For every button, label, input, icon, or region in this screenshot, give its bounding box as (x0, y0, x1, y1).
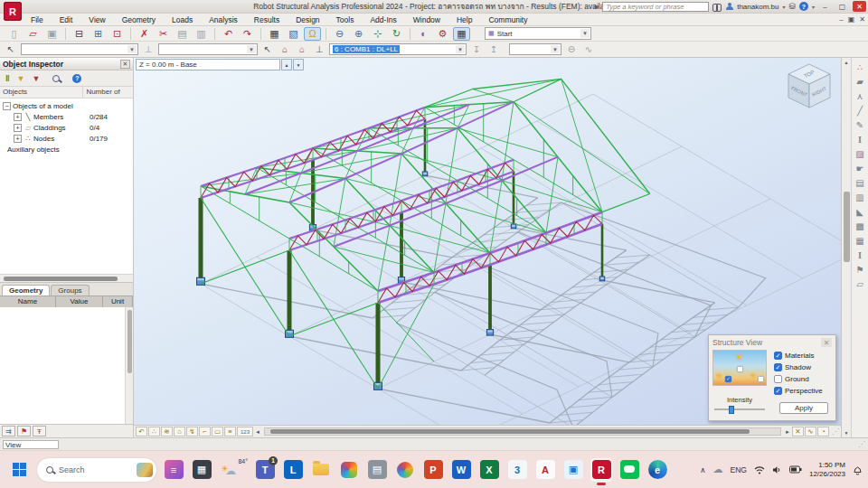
stories-icon[interactable]: ▤ (853, 176, 867, 190)
tab-geometry[interactable]: Geometry (2, 285, 50, 296)
user-name[interactable]: thanakom.bu (737, 3, 778, 11)
taskbar-app-robot[interactable]: R (590, 458, 612, 482)
taskbar-app-creative[interactable] (338, 458, 360, 482)
panel-bottom-icon-1[interactable]: ⇉ (2, 426, 15, 436)
sun-left-checkbox[interactable] (725, 376, 731, 382)
lock-results-icon[interactable]: Ω (304, 27, 321, 41)
user-dropdown-icon[interactable]: ▾ (782, 4, 785, 10)
profile-icon[interactable]: I (853, 133, 867, 146)
undo-view-icon[interactable]: ↶ (136, 427, 147, 436)
taskbar-app-task-view[interactable]: ▦ (191, 458, 212, 482)
menu-design[interactable]: Design (294, 15, 321, 24)
bar-selection-combo[interactable]: ▼ (158, 43, 258, 55)
help-icon[interactable]: ? (799, 2, 808, 11)
zoom-in-icon[interactable]: ⊕ (350, 27, 367, 41)
deformation-icon[interactable]: ∿ (581, 42, 596, 56)
taskbar-app-gray[interactable]: ▤ (366, 458, 388, 482)
menu-geometry[interactable]: Geometry (120, 15, 157, 24)
search-binoculars-icon[interactable] (712, 4, 722, 10)
save-view-icon[interactable]: ⌂ (295, 42, 309, 56)
pointer-help-icon[interactable]: ↖ (260, 42, 275, 56)
numbers-display-icon[interactable]: 123 (237, 427, 253, 436)
case-next-icon[interactable]: ↥ (486, 42, 501, 56)
chevron-down-icon[interactable]: ▼ (551, 45, 560, 53)
apply-button[interactable]: Apply (779, 402, 828, 414)
select-hand-icon[interactable]: ☛ (853, 162, 867, 175)
copy-icon[interactable]: ▤ (174, 27, 191, 41)
panels-icon[interactable]: ▰ (853, 75, 867, 89)
tables-icon[interactable]: ▦ (853, 234, 867, 248)
taskbar-app-excel[interactable]: X (478, 458, 500, 482)
redo-icon[interactable]: ↷ (239, 27, 256, 41)
taskbar-app-bluetool[interactable]: ▣ (562, 458, 584, 482)
taskbar-app-edge[interactable]: e (646, 458, 668, 482)
cut-icon[interactable]: ✂ (155, 27, 172, 41)
maximize-button[interactable]: ▢ (835, 1, 849, 12)
materials-checkbox[interactable] (774, 352, 782, 360)
tree-item-members[interactable]: + ╲ Members 0/284 (0, 111, 133, 122)
menu-results[interactable]: Results (252, 15, 281, 24)
help-icon[interactable]: ? (72, 74, 81, 83)
beam-icon[interactable]: I (853, 249, 867, 262)
onedrive-cloud-icon[interactable]: ☁ (713, 464, 723, 475)
battery-icon[interactable] (789, 465, 802, 474)
menu-view[interactable]: View (87, 15, 107, 24)
screen-capture-icon[interactable]: ⊡ (108, 27, 126, 41)
table-header-name[interactable]: Name (0, 296, 56, 307)
results-window-icon[interactable]: ▧ (285, 27, 302, 41)
tree-item-model[interactable]: − Objects of a model (0, 100, 133, 111)
perspective-checkbox[interactable] (774, 387, 782, 395)
filter-delete-icon[interactable]: ▼ (32, 74, 40, 83)
new-project-icon[interactable]: ▯ (5, 27, 23, 41)
scroll-left-icon[interactable]: ◂ (254, 428, 261, 436)
preferences-icon[interactable]: ⚙ (434, 27, 451, 41)
rotate-view-icon[interactable]: ↻ (388, 27, 405, 41)
level-up-button[interactable]: ▲ (281, 59, 292, 70)
case-prev-icon[interactable]: ↧ (469, 42, 484, 56)
taskbar-widget-weather[interactable]: 84° ☀ ☁ (219, 458, 248, 482)
supports-display-icon[interactable]: ⌐ (199, 427, 211, 436)
load-case-selector[interactable]: 6 : COMB1 : DL+LL ▼ (329, 43, 467, 55)
search-icon[interactable] (52, 75, 60, 82)
taskbar-app-linkedin[interactable]: L (282, 458, 304, 482)
menu-loads[interactable]: Loads (170, 15, 194, 24)
column-header-objects[interactable]: Objects (0, 87, 83, 98)
chevron-down-icon[interactable]: ▼ (580, 29, 590, 38)
search-highlight-image[interactable] (137, 463, 153, 477)
loads-display-icon[interactable]: ↯ (186, 427, 198, 436)
layout-selector[interactable]: ▦ Start ▼ (485, 27, 591, 40)
flag-icon[interactable]: ⚑ (853, 263, 867, 277)
scrollbar-thumb[interactable] (844, 192, 850, 262)
paste-icon[interactable]: ▥ (193, 27, 210, 41)
component-combo[interactable]: ▼ (509, 43, 561, 55)
option-perspective[interactable]: Perspective (774, 386, 823, 396)
scrollbar-thumb[interactable] (270, 429, 750, 434)
sun-right-icon[interactable]: ☀ (750, 371, 757, 380)
cladding-icon[interactable]: ▱ (853, 277, 867, 291)
tree-item-auxiliary[interactable]: Auxiliary objects (0, 144, 133, 155)
taskbar-search[interactable]: Search (37, 458, 156, 482)
start-button[interactable] (7, 458, 31, 482)
menu-addins[interactable]: Add-Ins (368, 15, 398, 24)
level-down-button[interactable]: ▼ (293, 59, 304, 70)
keyword-search-input[interactable]: Type a keyword or phrase (602, 2, 709, 12)
menu-tools[interactable]: Tools (335, 15, 356, 24)
delete-icon[interactable]: ✗ (136, 27, 153, 41)
home-view-icon[interactable]: ⌂ (174, 427, 185, 436)
materials-icon[interactable]: ▨ (853, 147, 867, 161)
lines-display-icon[interactable]: ≡ (224, 427, 236, 436)
sections-icon[interactable]: ✎ (853, 118, 867, 132)
user-icon[interactable] (725, 3, 733, 11)
pause-icon[interactable]: ‖ (5, 74, 9, 83)
chevron-down-icon[interactable]: ▼ (456, 45, 465, 53)
panel-close-icon[interactable]: ✕ (120, 60, 130, 69)
case-list-icon[interactable]: ⊥ (312, 42, 326, 56)
bars-icon[interactable]: ╱ (853, 104, 867, 117)
sun-center-checkbox[interactable] (737, 366, 743, 372)
taskbar-app-3dsmax[interactable]: 3 (506, 458, 528, 482)
slider-thumb[interactable] (729, 406, 734, 414)
print-icon[interactable]: ⊟ (71, 27, 88, 41)
zoom-out-icon[interactable]: ⊖ (331, 27, 348, 41)
taskbar-app-word[interactable]: W (450, 458, 472, 482)
store-cart-icon[interactable]: ⛁ (788, 2, 796, 11)
